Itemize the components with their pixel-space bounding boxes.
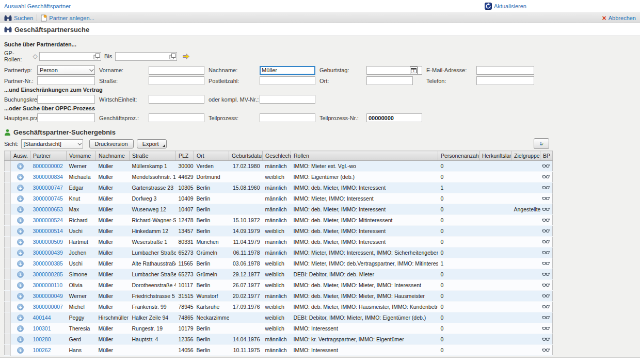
partner-link[interactable]: 3000000007 (33, 304, 63, 310)
partner-link[interactable]: 3000000110 (33, 282, 63, 288)
expand-row-button[interactable]: + (11, 193, 30, 204)
expand-row-button[interactable]: + (11, 172, 30, 183)
expand-icon[interactable]: + (17, 282, 24, 289)
display-partner-button[interactable] (540, 345, 553, 356)
row-selector-cell[interactable] (5, 247, 11, 258)
gp-rollen-bis-input[interactable] (115, 52, 177, 61)
expand-row-button[interactable]: + (11, 247, 30, 258)
row-selector-cell[interactable] (5, 183, 11, 193)
personalize-button[interactable] (534, 138, 549, 149)
expand-row-button[interactable]: + (11, 204, 30, 215)
partner-link[interactable]: 3000000524 (33, 217, 63, 223)
column-header-Rollen[interactable]: Rollen (291, 151, 438, 161)
expand-row-button[interactable]: + (11, 291, 30, 302)
row-selector-cell[interactable] (5, 215, 11, 226)
display-partner-button[interactable] (540, 258, 553, 269)
expand-icon[interactable]: + (17, 250, 24, 256)
display-partner-button[interactable] (540, 237, 553, 247)
geschaeftsproz-input[interactable] (149, 113, 204, 122)
export-button[interactable]: Export (137, 139, 167, 148)
expand-row-button[interactable]: + (11, 280, 30, 291)
partner-link[interactable]: 3000000509 (33, 239, 63, 245)
column-header-Herkunftsland[interactable]: Herkunftsland (479, 151, 511, 161)
display-partner-button[interactable] (540, 215, 553, 226)
expand-row-button[interactable]: + (11, 334, 30, 345)
display-partner-button[interactable] (540, 193, 553, 204)
ort-input[interactable] (366, 76, 413, 85)
buchungskreis-input[interactable] (37, 95, 95, 104)
expand-icon[interactable]: + (17, 228, 24, 235)
display-partner-button[interactable] (540, 269, 553, 280)
column-header-Straße[interactable]: Straße (130, 151, 176, 161)
row-selector-cell[interactable] (5, 302, 11, 312)
vorname-input[interactable] (149, 66, 204, 75)
column-header-Vorname[interactable]: Vorname (67, 151, 96, 161)
expand-row-button[interactable]: + (11, 215, 30, 226)
date-picker-button[interactable]: 1 (410, 67, 418, 74)
view-select[interactable]: [Standardsicht] (21, 139, 83, 148)
expand-icon[interactable]: + (17, 336, 24, 343)
display-partner-button[interactable] (540, 302, 553, 312)
mvnr-input[interactable] (260, 95, 315, 104)
expand-icon[interactable]: + (17, 163, 24, 170)
partner-link[interactable]: 3000000747 (33, 185, 63, 191)
value-help-icon[interactable] (169, 53, 176, 60)
partner-link[interactable]: 3000000439 (33, 250, 63, 256)
expand-icon[interactable]: + (17, 304, 24, 310)
expand-icon[interactable]: + (17, 271, 24, 278)
row-selector-cell[interactable] (5, 280, 11, 291)
expand-icon[interactable]: + (17, 325, 24, 332)
column-header-Geschlecht[interactable]: Geschlecht (263, 151, 291, 161)
teilprozess-input[interactable] (260, 113, 315, 122)
email-input[interactable] (476, 66, 534, 75)
expand-icon[interactable]: + (17, 185, 24, 191)
cancel-button[interactable]: × Abbrechen (602, 15, 636, 21)
expand-icon[interactable]: + (17, 206, 24, 213)
value-help-icon[interactable] (93, 53, 100, 60)
display-partner-button[interactable] (540, 247, 553, 258)
partnertyp-select[interactable]: Person (37, 65, 95, 75)
row-selector-cell[interactable] (5, 193, 11, 204)
expand-row-button[interactable]: + (11, 312, 30, 323)
row-selector-cell[interactable] (5, 291, 11, 302)
expand-icon[interactable]: + (17, 347, 24, 354)
display-partner-button[interactable] (540, 226, 553, 237)
expand-icon[interactable]: + (17, 239, 24, 245)
column-header-Nachname[interactable]: Nachname (96, 151, 130, 161)
display-partner-button[interactable] (540, 323, 553, 334)
search-button[interactable]: Suchen (4, 15, 33, 21)
row-selector-cell[interactable] (5, 161, 11, 172)
column-header-Partner[interactable]: Partner (30, 151, 67, 161)
row-selector-cell[interactable] (5, 204, 11, 215)
row-selector-cell[interactable] (5, 269, 11, 280)
partner-link[interactable]: 3000000653 (33, 206, 63, 212)
partner-link[interactable]: 100262 (33, 347, 51, 353)
column-header-Geburtsdatum[interactable]: Geburtsdatum (229, 151, 263, 161)
row-selector-cell[interactable] (5, 323, 11, 334)
partnernr-input[interactable] (37, 76, 95, 85)
column-header-BP[interactable]: BP (540, 151, 553, 161)
multi-selection-arrow-icon[interactable] (182, 53, 190, 60)
expand-row-button[interactable]: + (11, 161, 30, 172)
expand-row-button[interactable]: + (11, 226, 30, 237)
partner-link[interactable]: 3000000285 (33, 271, 63, 277)
wirtscheinheit-input[interactable] (149, 95, 204, 104)
row-selector-cell[interactable] (5, 334, 11, 345)
expand-row-button[interactable]: + (11, 258, 30, 269)
gp-rollen-von-input[interactable] (39, 52, 101, 61)
row-selector-cell[interactable] (5, 226, 11, 237)
display-partner-button[interactable] (540, 291, 553, 302)
display-partner-button[interactable] (540, 280, 553, 291)
display-partner-button[interactable] (540, 334, 553, 345)
expand-icon[interactable]: + (17, 195, 24, 202)
partner-link[interactable]: 3000000745 (33, 195, 63, 202)
expand-row-button[interactable]: + (11, 237, 30, 247)
expand-icon[interactable]: + (17, 315, 24, 321)
display-partner-button[interactable] (540, 172, 553, 183)
hauptgesprz-input[interactable] (37, 113, 95, 122)
partner-link[interactable]: 3000000834 (33, 174, 63, 180)
column-header-Ausw.[interactable]: Ausw. (11, 151, 30, 161)
partner-link[interactable]: 3000000385 (33, 260, 63, 267)
expand-row-button[interactable]: + (11, 269, 30, 280)
expand-row-button[interactable]: + (11, 323, 30, 334)
